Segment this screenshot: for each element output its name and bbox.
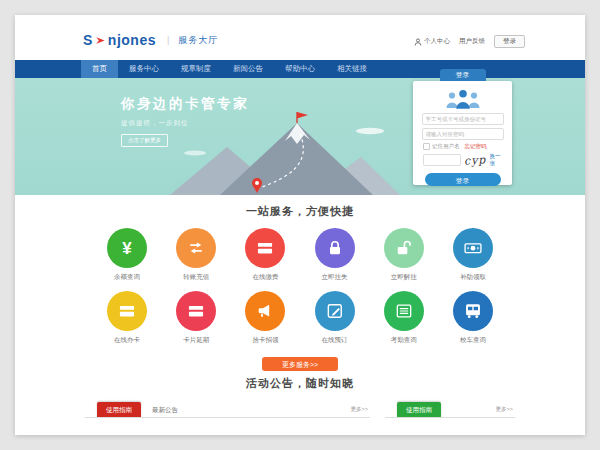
- service-unfreeze[interactable]: 立即解挂: [375, 228, 433, 282]
- nav-item-home[interactable]: 首页: [81, 60, 118, 78]
- captcha-image[interactable]: cyp: [464, 153, 487, 168]
- service-subsidy-collect[interactable]: 补助领取: [444, 228, 502, 282]
- logo[interactable]: S njones | 服务大厅: [83, 32, 218, 48]
- service-lost-card-claim[interactable]: 拾卡招领: [236, 291, 294, 345]
- announcement-panel-left: 使用指南 最新公告 更多>>: [85, 401, 370, 418]
- login-submit-button[interactable]: 登录: [425, 173, 501, 186]
- service-card-renewal[interactable]: 卡片延期: [167, 291, 225, 345]
- bus-icon: [453, 291, 493, 331]
- logo-text-njones: njones: [108, 32, 156, 48]
- product-name: 服务大厅: [178, 34, 218, 47]
- left-tabbar: 使用指南 最新公告 更多>>: [85, 401, 370, 418]
- services-section: 一站服务，方便快捷 ¥ 余额查询 转账充值 在线缴费: [15, 195, 585, 371]
- remember-row: 记住用户名 忘记密码: [423, 143, 502, 150]
- card-renew-icon: [176, 291, 216, 331]
- user-feedback-link[interactable]: 用户反馈: [459, 37, 485, 46]
- captcha-refresh-link[interactable]: 换一张: [489, 153, 502, 167]
- main-nav: 首页 服务中心 规章制度 新闻公告 帮助中心 相关链接: [15, 60, 585, 78]
- header-links: 个人中心 用户反馈 登录: [414, 35, 525, 48]
- yen-icon: ¥: [107, 228, 147, 268]
- personal-center-link[interactable]: 个人中心: [414, 37, 450, 46]
- service-online-card-apply[interactable]: 在线办卡: [98, 291, 156, 345]
- username-input[interactable]: [422, 113, 504, 125]
- tab-usage-guide-right[interactable]: 使用指南: [397, 402, 441, 417]
- captcha-input[interactable]: [423, 154, 461, 166]
- header: S njones | 服务大厅 个人中心 用户反馈 登录: [15, 15, 585, 60]
- card-apply-icon: [107, 291, 147, 331]
- service-report-loss[interactable]: 立即挂失: [306, 228, 364, 282]
- tab-usage-guide-left[interactable]: 使用指南: [97, 402, 141, 417]
- more-link-left[interactable]: 更多>>: [351, 402, 370, 417]
- announcement-panels: 使用指南 最新公告 更多>> 使用指南 更多>>: [85, 401, 515, 418]
- logo-divider: |: [167, 35, 169, 45]
- captcha-row: cyp 换一张: [423, 153, 502, 167]
- card-icon: [245, 228, 285, 268]
- users-group-icon: [441, 88, 485, 110]
- banknote-icon: [453, 228, 493, 268]
- service-transfer-recharge[interactable]: 转账充值: [167, 228, 225, 282]
- hero-cta-button[interactable]: 点击了解更多: [121, 134, 168, 147]
- nav-item-news[interactable]: 新闻公告: [222, 60, 274, 78]
- more-link-right[interactable]: 更多>>: [496, 402, 515, 417]
- services-row-2: 在线办卡 卡片延期 拾卡招领 在线预订: [98, 291, 502, 345]
- nav-item-links[interactable]: 相关链接: [326, 60, 378, 78]
- services-title: 一站服务，方便快捷: [15, 195, 585, 219]
- services-row-1: ¥ 余额查询 转账充值 在线缴费 立即挂失: [98, 228, 502, 282]
- screenshot-canvas: S njones | 服务大厅 个人中心 用户反馈 登录 首页 服务中心 规章制…: [0, 0, 600, 450]
- nav-item-help[interactable]: 帮助中心: [274, 60, 326, 78]
- login-tab[interactable]: 登录: [440, 69, 486, 81]
- header-login-button[interactable]: 登录: [494, 35, 525, 48]
- announcements-title: 活动公告，随时知晓: [15, 367, 585, 391]
- announcement-panel-right: 使用指南 更多>>: [385, 401, 515, 418]
- service-online-booking[interactable]: 在线预订: [306, 291, 364, 345]
- login-panel: 登录 记住用户名 忘记密码 cyp 换一张 登录: [413, 81, 512, 185]
- remember-label: 记住用户名: [432, 143, 460, 150]
- lock-icon: [315, 228, 355, 268]
- nav-item-rules[interactable]: 规章制度: [170, 60, 222, 78]
- logo-text-s: S: [83, 32, 93, 48]
- person-icon: [414, 38, 422, 46]
- service-online-payment[interactable]: 在线缴费: [236, 228, 294, 282]
- nav-item-service-center[interactable]: 服务中心: [118, 60, 170, 78]
- forgot-password-link[interactable]: 忘记密码: [465, 143, 487, 150]
- remember-checkbox[interactable]: [423, 143, 430, 150]
- mountain-illustration: [165, 109, 400, 195]
- transfer-arrows-icon: [176, 228, 216, 268]
- logo-arrow-icon: [95, 35, 106, 46]
- announcements-section: 活动公告，随时知晓 使用指南 最新公告 更多>> 使用指南 更多>>: [15, 367, 585, 418]
- password-input[interactable]: [422, 128, 504, 140]
- right-tabbar: 使用指南 更多>>: [385, 401, 515, 418]
- service-attendance-inquiry[interactable]: 考勤查询: [375, 291, 433, 345]
- tab-latest-news[interactable]: 最新公告: [141, 402, 189, 417]
- megaphone-icon: [245, 291, 285, 331]
- service-balance-inquiry[interactable]: ¥ 余额查询: [98, 228, 156, 282]
- portal-page: S njones | 服务大厅 个人中心 用户反馈 登录 首页 服务中心 规章制…: [15, 15, 585, 435]
- edit-icon: [315, 291, 355, 331]
- unlock-icon: [384, 228, 424, 268]
- service-school-bus-inquiry[interactable]: 校车查询: [444, 291, 502, 345]
- attendance-list-icon: [384, 291, 424, 331]
